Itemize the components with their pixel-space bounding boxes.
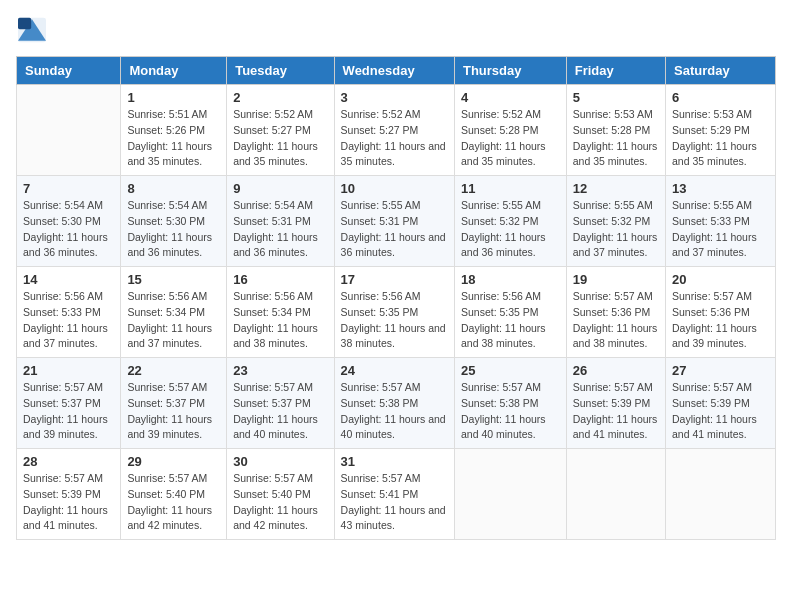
- calendar-week-3: 14Sunrise: 5:56 AMSunset: 5:33 PMDayligh…: [17, 267, 776, 358]
- day-number: 24: [341, 363, 448, 378]
- day-info: Sunrise: 5:52 AMSunset: 5:27 PMDaylight:…: [341, 107, 448, 170]
- calendar-cell: 13Sunrise: 5:55 AMSunset: 5:33 PMDayligh…: [666, 176, 776, 267]
- calendar-cell: 14Sunrise: 5:56 AMSunset: 5:33 PMDayligh…: [17, 267, 121, 358]
- calendar-cell: [666, 449, 776, 540]
- day-number: 31: [341, 454, 448, 469]
- day-info: Sunrise: 5:54 AMSunset: 5:30 PMDaylight:…: [127, 198, 220, 261]
- calendar-cell: 25Sunrise: 5:57 AMSunset: 5:38 PMDayligh…: [454, 358, 566, 449]
- day-number: 14: [23, 272, 114, 287]
- day-number: 19: [573, 272, 659, 287]
- day-number: 9: [233, 181, 327, 196]
- day-number: 3: [341, 90, 448, 105]
- col-header-friday: Friday: [566, 57, 665, 85]
- calendar-table: SundayMondayTuesdayWednesdayThursdayFrid…: [16, 56, 776, 540]
- calendar-cell: [566, 449, 665, 540]
- day-number: 22: [127, 363, 220, 378]
- calendar-cell: 9Sunrise: 5:54 AMSunset: 5:31 PMDaylight…: [227, 176, 334, 267]
- col-header-thursday: Thursday: [454, 57, 566, 85]
- day-number: 12: [573, 181, 659, 196]
- col-header-monday: Monday: [121, 57, 227, 85]
- calendar-cell: [454, 449, 566, 540]
- day-info: Sunrise: 5:57 AMSunset: 5:37 PMDaylight:…: [233, 380, 327, 443]
- day-info: Sunrise: 5:52 AMSunset: 5:28 PMDaylight:…: [461, 107, 560, 170]
- col-header-saturday: Saturday: [666, 57, 776, 85]
- day-info: Sunrise: 5:54 AMSunset: 5:31 PMDaylight:…: [233, 198, 327, 261]
- col-header-tuesday: Tuesday: [227, 57, 334, 85]
- day-number: 20: [672, 272, 769, 287]
- day-info: Sunrise: 5:57 AMSunset: 5:37 PMDaylight:…: [127, 380, 220, 443]
- calendar-week-4: 21Sunrise: 5:57 AMSunset: 5:37 PMDayligh…: [17, 358, 776, 449]
- day-info: Sunrise: 5:57 AMSunset: 5:39 PMDaylight:…: [573, 380, 659, 443]
- day-info: Sunrise: 5:56 AMSunset: 5:35 PMDaylight:…: [341, 289, 448, 352]
- calendar-week-2: 7Sunrise: 5:54 AMSunset: 5:30 PMDaylight…: [17, 176, 776, 267]
- calendar-cell: 29Sunrise: 5:57 AMSunset: 5:40 PMDayligh…: [121, 449, 227, 540]
- day-number: 17: [341, 272, 448, 287]
- day-number: 4: [461, 90, 560, 105]
- logo: [16, 16, 52, 44]
- calendar-week-1: 1Sunrise: 5:51 AMSunset: 5:26 PMDaylight…: [17, 85, 776, 176]
- day-number: 13: [672, 181, 769, 196]
- day-info: Sunrise: 5:55 AMSunset: 5:32 PMDaylight:…: [461, 198, 560, 261]
- calendar-cell: 4Sunrise: 5:52 AMSunset: 5:28 PMDaylight…: [454, 85, 566, 176]
- day-number: 5: [573, 90, 659, 105]
- day-info: Sunrise: 5:51 AMSunset: 5:26 PMDaylight:…: [127, 107, 220, 170]
- day-info: Sunrise: 5:55 AMSunset: 5:32 PMDaylight:…: [573, 198, 659, 261]
- calendar-cell: 2Sunrise: 5:52 AMSunset: 5:27 PMDaylight…: [227, 85, 334, 176]
- calendar-cell: 1Sunrise: 5:51 AMSunset: 5:26 PMDaylight…: [121, 85, 227, 176]
- day-number: 10: [341, 181, 448, 196]
- calendar-cell: 21Sunrise: 5:57 AMSunset: 5:37 PMDayligh…: [17, 358, 121, 449]
- day-number: 1: [127, 90, 220, 105]
- calendar-cell: 30Sunrise: 5:57 AMSunset: 5:40 PMDayligh…: [227, 449, 334, 540]
- day-info: Sunrise: 5:57 AMSunset: 5:40 PMDaylight:…: [233, 471, 327, 534]
- calendar-cell: 6Sunrise: 5:53 AMSunset: 5:29 PMDaylight…: [666, 85, 776, 176]
- calendar-cell: 19Sunrise: 5:57 AMSunset: 5:36 PMDayligh…: [566, 267, 665, 358]
- day-info: Sunrise: 5:55 AMSunset: 5:33 PMDaylight:…: [672, 198, 769, 261]
- day-number: 15: [127, 272, 220, 287]
- day-info: Sunrise: 5:52 AMSunset: 5:27 PMDaylight:…: [233, 107, 327, 170]
- day-info: Sunrise: 5:56 AMSunset: 5:33 PMDaylight:…: [23, 289, 114, 352]
- day-info: Sunrise: 5:56 AMSunset: 5:34 PMDaylight:…: [233, 289, 327, 352]
- calendar-cell: 7Sunrise: 5:54 AMSunset: 5:30 PMDaylight…: [17, 176, 121, 267]
- day-number: 16: [233, 272, 327, 287]
- calendar-cell: [17, 85, 121, 176]
- calendar-cell: 5Sunrise: 5:53 AMSunset: 5:28 PMDaylight…: [566, 85, 665, 176]
- day-number: 2: [233, 90, 327, 105]
- calendar-cell: 15Sunrise: 5:56 AMSunset: 5:34 PMDayligh…: [121, 267, 227, 358]
- day-info: Sunrise: 5:57 AMSunset: 5:37 PMDaylight:…: [23, 380, 114, 443]
- calendar-cell: 17Sunrise: 5:56 AMSunset: 5:35 PMDayligh…: [334, 267, 454, 358]
- calendar-week-5: 28Sunrise: 5:57 AMSunset: 5:39 PMDayligh…: [17, 449, 776, 540]
- calendar-cell: 22Sunrise: 5:57 AMSunset: 5:37 PMDayligh…: [121, 358, 227, 449]
- day-info: Sunrise: 5:57 AMSunset: 5:36 PMDaylight:…: [672, 289, 769, 352]
- day-info: Sunrise: 5:57 AMSunset: 5:38 PMDaylight:…: [461, 380, 560, 443]
- calendar-cell: 20Sunrise: 5:57 AMSunset: 5:36 PMDayligh…: [666, 267, 776, 358]
- day-number: 23: [233, 363, 327, 378]
- calendar-cell: 23Sunrise: 5:57 AMSunset: 5:37 PMDayligh…: [227, 358, 334, 449]
- day-number: 18: [461, 272, 560, 287]
- calendar-cell: 16Sunrise: 5:56 AMSunset: 5:34 PMDayligh…: [227, 267, 334, 358]
- day-info: Sunrise: 5:57 AMSunset: 5:36 PMDaylight:…: [573, 289, 659, 352]
- calendar-cell: 27Sunrise: 5:57 AMSunset: 5:39 PMDayligh…: [666, 358, 776, 449]
- day-info: Sunrise: 5:57 AMSunset: 5:39 PMDaylight:…: [23, 471, 114, 534]
- calendar-cell: 11Sunrise: 5:55 AMSunset: 5:32 PMDayligh…: [454, 176, 566, 267]
- svg-rect-2: [18, 18, 31, 30]
- calendar-cell: 24Sunrise: 5:57 AMSunset: 5:38 PMDayligh…: [334, 358, 454, 449]
- day-info: Sunrise: 5:57 AMSunset: 5:38 PMDaylight:…: [341, 380, 448, 443]
- day-info: Sunrise: 5:55 AMSunset: 5:31 PMDaylight:…: [341, 198, 448, 261]
- day-info: Sunrise: 5:57 AMSunset: 5:40 PMDaylight:…: [127, 471, 220, 534]
- calendar-cell: 18Sunrise: 5:56 AMSunset: 5:35 PMDayligh…: [454, 267, 566, 358]
- day-info: Sunrise: 5:56 AMSunset: 5:35 PMDaylight:…: [461, 289, 560, 352]
- calendar-cell: 26Sunrise: 5:57 AMSunset: 5:39 PMDayligh…: [566, 358, 665, 449]
- day-number: 6: [672, 90, 769, 105]
- day-number: 26: [573, 363, 659, 378]
- day-info: Sunrise: 5:53 AMSunset: 5:29 PMDaylight:…: [672, 107, 769, 170]
- day-number: 11: [461, 181, 560, 196]
- day-number: 8: [127, 181, 220, 196]
- day-number: 7: [23, 181, 114, 196]
- calendar-cell: 8Sunrise: 5:54 AMSunset: 5:30 PMDaylight…: [121, 176, 227, 267]
- day-info: Sunrise: 5:53 AMSunset: 5:28 PMDaylight:…: [573, 107, 659, 170]
- calendar-cell: 12Sunrise: 5:55 AMSunset: 5:32 PMDayligh…: [566, 176, 665, 267]
- col-header-wednesday: Wednesday: [334, 57, 454, 85]
- page-header: [16, 16, 776, 44]
- day-number: 30: [233, 454, 327, 469]
- col-header-sunday: Sunday: [17, 57, 121, 85]
